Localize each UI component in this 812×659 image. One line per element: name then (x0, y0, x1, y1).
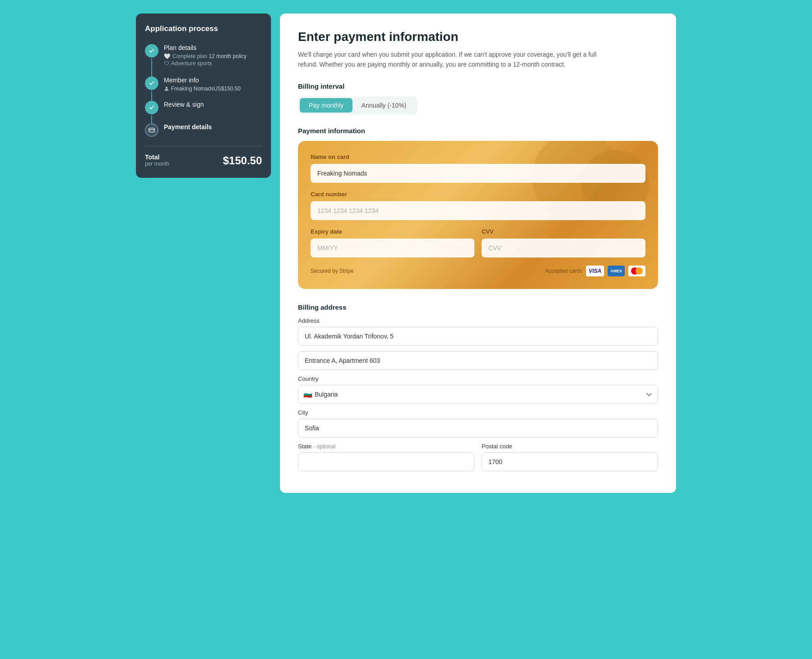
sidebar-total: Total per month $150.50 (145, 146, 262, 167)
cvv-label: CVV (482, 228, 645, 235)
postal-code-group: Postal code (482, 443, 658, 477)
payment-card-area: Name on card Card number Expiry date CVV… (298, 141, 658, 289)
pay-annually-button[interactable]: Annually (-10%) (352, 98, 415, 113)
member-price: US$150.50 (214, 86, 241, 92)
heart-icon: 🤍 (164, 53, 171, 59)
member-name: Freaking Nomads (171, 86, 214, 92)
steps-list: Plan details 🤍 Complete plan 12 month po… (145, 44, 262, 137)
credit-card-icon (149, 127, 155, 133)
page-title: Enter payment information (298, 30, 658, 44)
card-expiry-cvv-row: Expiry date CVV (311, 228, 645, 257)
accepted-cards-label: Accepted cards (545, 268, 582, 274)
postal-code-label: Postal code (482, 443, 658, 450)
state-postal-row: State - optional Postal code (298, 443, 658, 477)
pay-monthly-button[interactable]: Pay monthly (300, 98, 352, 113)
step-payment: Payment details (145, 123, 262, 137)
svg-rect-1 (149, 128, 154, 132)
card-number-label: Card number (311, 191, 645, 198)
accepted-cards: Accepted cards VISA AMEX (545, 266, 645, 276)
address-label: Address (298, 317, 658, 324)
step-label-payment: Payment details (164, 123, 212, 131)
step-label-member: Member info (164, 77, 241, 84)
step-detail-plan1: 🤍 Complete plan 12 month policy (164, 53, 247, 59)
check-icon-2 (149, 80, 155, 86)
mastercard-icon (628, 266, 645, 276)
check-icon-3 (149, 104, 155, 111)
svg-point-0 (166, 87, 168, 89)
country-flag: 🇧🇬 (303, 390, 312, 398)
billing-interval-label: Billing interval (298, 82, 658, 90)
step-icon-review (145, 101, 158, 114)
check-icon (149, 48, 155, 54)
sidebar: Application process Plan details 🤍 Compl… (136, 14, 271, 178)
member-icon: Freaking Nomads (164, 86, 214, 92)
step-icon-payment (145, 123, 158, 137)
city-label: City (298, 409, 658, 416)
name-on-card-label: Name on card (311, 153, 645, 160)
expiry-input[interactable] (311, 239, 474, 257)
billing-address-section: Billing address Address Country 🇧🇬 Bulga… (298, 303, 658, 477)
state-input[interactable] (298, 452, 474, 471)
country-label: Country (298, 375, 658, 382)
billing-toggle: Pay monthly Annually (-10%) (298, 96, 417, 114)
total-amount: $150.50 (223, 154, 262, 167)
payment-info-label: Payment information (298, 127, 658, 135)
sidebar-title: Application process (145, 24, 262, 33)
address-line1-input[interactable] (298, 327, 658, 346)
step-label-plan: Plan details (164, 44, 247, 51)
billing-address-label: Billing address (298, 303, 658, 311)
step-detail-plan2: 🛡 Adventure sports (164, 60, 247, 67)
state-group: State - optional (298, 443, 474, 477)
postal-code-input[interactable] (482, 452, 658, 471)
step-plan-details: Plan details 🤍 Complete plan 12 month po… (145, 44, 262, 68)
name-on-card-input[interactable] (311, 164, 645, 183)
step-icon-member (145, 77, 158, 90)
expiry-group: Expiry date (311, 228, 474, 257)
city-input[interactable] (298, 419, 658, 438)
country-select[interactable]: Bulgaria (298, 385, 658, 404)
shield-icon-small: 🛡 (164, 60, 169, 67)
main-content: Enter payment information We'll charge y… (280, 14, 676, 493)
total-sublabel: per month (145, 161, 169, 167)
visa-icon: VISA (586, 266, 604, 276)
state-optional: - optional (313, 443, 335, 450)
cvv-group: CVV (482, 228, 645, 257)
step-label-review: Review & sign (164, 101, 204, 108)
expiry-label: Expiry date (311, 228, 474, 235)
state-label: State - optional (298, 443, 474, 450)
step-member-info: Member info Freaking Nomads US$150.50 (145, 77, 262, 92)
amex-icon: AMEX (608, 266, 625, 276)
person-icon (164, 86, 169, 91)
total-label: Total (145, 153, 169, 161)
country-wrapper: 🇧🇬 Bulgaria (298, 385, 658, 404)
secured-text: Secured by Stripe (311, 268, 353, 274)
card-number-input[interactable] (311, 201, 645, 220)
cvv-input[interactable] (482, 239, 645, 257)
address-line2-input[interactable] (298, 351, 658, 370)
page-description: We'll charge your card when you submit y… (298, 50, 604, 70)
step-review: Review & sign (145, 101, 262, 114)
member-detail-row: Freaking Nomads US$150.50 (164, 86, 241, 92)
card-bottom: Secured by Stripe Accepted cards VISA AM… (311, 266, 645, 276)
step-icon-plan (145, 44, 158, 58)
